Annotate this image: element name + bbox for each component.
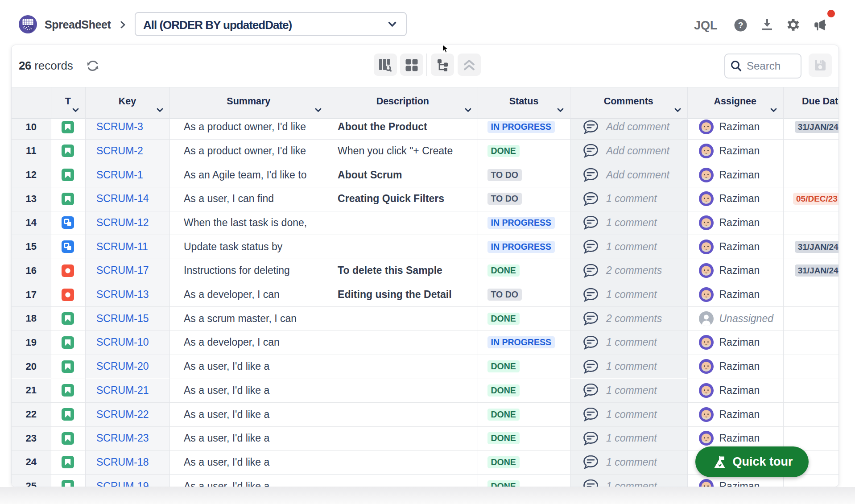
svg-text:?: ? [738,21,743,30]
